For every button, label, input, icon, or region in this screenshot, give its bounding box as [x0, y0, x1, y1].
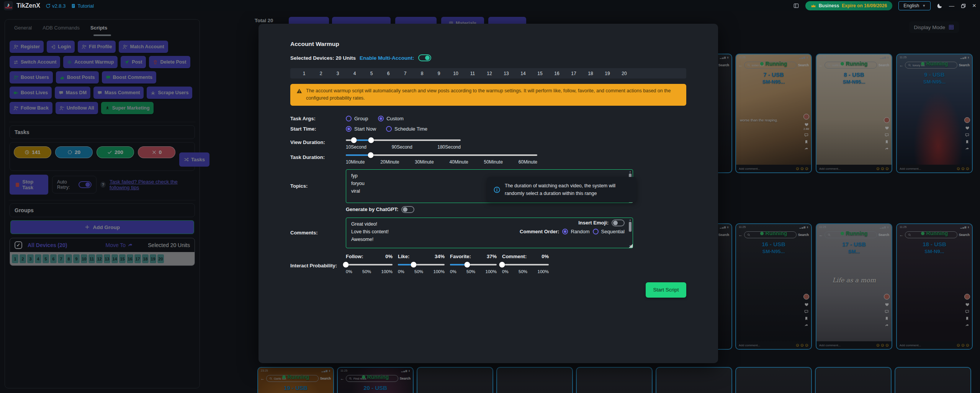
slider-handle[interactable] — [351, 137, 357, 143]
tick-label: 10Minute — [346, 159, 365, 165]
slider-handle[interactable] — [411, 262, 417, 267]
device-number-17[interactable]: 17 — [565, 71, 582, 76]
interact-value: 37% — [487, 254, 497, 259]
version-refresh[interactable]: v2.8.3 — [46, 3, 65, 9]
radio-random[interactable]: Random — [562, 229, 589, 234]
warning-icon — [296, 88, 302, 94]
chevron-down-icon: ▼ — [922, 4, 926, 8]
slider-handle[interactable] — [343, 262, 349, 267]
device-number-5[interactable]: 5 — [363, 71, 380, 76]
device-number-2[interactable]: 2 — [312, 71, 329, 76]
crown-icon — [811, 3, 816, 8]
device-number-11[interactable]: 11 — [464, 71, 481, 76]
radio-icon[interactable] — [593, 229, 599, 234]
radio-icon[interactable] — [378, 116, 384, 121]
device-number-4[interactable]: 4 — [346, 71, 363, 76]
task-duration-label: Task Duration: — [290, 154, 346, 160]
tutorial-label: Tutorial — [77, 3, 94, 9]
comment-order-label: Comment Order: — [520, 229, 559, 234]
radio-group[interactable]: Group — [346, 116, 368, 121]
tick-label: 40Minute — [449, 159, 468, 165]
device-number-14[interactable]: 14 — [515, 71, 532, 76]
minimize-button[interactable]: — — [949, 3, 954, 9]
refresh-icon — [46, 3, 51, 8]
tiktok-note-icon: ♪ — [7, 3, 10, 7]
radio-custom[interactable]: Custom — [378, 116, 404, 121]
insert-emoji-toggle[interactable] — [612, 219, 625, 226]
device-number-9[interactable]: 9 — [430, 71, 447, 76]
device-number-8[interactable]: 8 — [414, 71, 430, 76]
device-number-10[interactable]: 10 — [447, 71, 464, 76]
tick-label: 20Minute — [380, 159, 399, 165]
radio-icon[interactable] — [562, 229, 568, 234]
radio-icon[interactable] — [346, 116, 352, 121]
device-number-15[interactable]: 15 — [532, 71, 548, 76]
device-number-3[interactable]: 3 — [329, 71, 346, 76]
language-select[interactable]: English ▼ — [898, 1, 931, 10]
slider-track[interactable] — [502, 264, 549, 265]
task-args-label: Task Args: — [290, 116, 346, 121]
device-number-18[interactable]: 18 — [582, 71, 599, 76]
device-number-16[interactable]: 16 — [548, 71, 565, 76]
tick-label: 50Minute — [484, 159, 503, 165]
device-number-13[interactable]: 13 — [498, 71, 515, 76]
document-icon — [71, 3, 76, 8]
device-number-7[interactable]: 7 — [397, 71, 414, 76]
radio-icon[interactable] — [386, 126, 392, 132]
interact-value: 0% — [542, 254, 549, 259]
slider-handle[interactable] — [499, 262, 505, 267]
duration-tooltip: The duration of watching each video, the… — [487, 177, 636, 202]
slider-handle[interactable] — [368, 152, 374, 158]
close-button[interactable]: × — [972, 2, 976, 10]
interact-slider-like: Like:34% 0%50%100% — [398, 254, 445, 274]
device-number-1[interactable]: 1 — [296, 71, 312, 76]
multi-account-toggle[interactable] — [418, 54, 431, 61]
start-script-button[interactable]: Start Script — [646, 282, 686, 298]
selected-devices-label: Selected Devices: 20 Units — [290, 55, 356, 61]
scrollbar[interactable]: ▲▼ — [628, 219, 632, 247]
start-time-label: Start Time: — [290, 126, 346, 132]
radio-sequential[interactable]: Sequential — [593, 229, 625, 234]
comments-label: Comments: — [290, 230, 346, 236]
device-number-12[interactable]: 12 — [481, 71, 498, 76]
device-number-19[interactable]: 19 — [599, 71, 616, 76]
slider-track[interactable] — [398, 264, 445, 265]
chatgpt-label: Generate by ChatGPT: — [346, 206, 398, 212]
slider-track[interactable] — [450, 264, 497, 265]
topics-label: Topics: — [290, 183, 346, 189]
app-workspace: GeneralADB CommandsScripts Register Logi… — [0, 11, 980, 393]
license-badge[interactable]: Business Expire on 16/09/2026 — [805, 1, 892, 10]
app-title: TikZenX — [16, 2, 40, 9]
titlebar: ♪ TikZenX TikZenX v2.8.3 Tutorial Busine… — [0, 0, 980, 11]
modal-title: Account Warmup — [290, 41, 686, 47]
warning-banner: The account warmup script will automatic… — [290, 84, 686, 106]
interact-value: 34% — [435, 254, 445, 259]
panel-toggle-icon[interactable] — [793, 3, 799, 9]
account-warmup-modal: Account Warmup Selected Devices: 20 Unit… — [258, 24, 718, 363]
tick-label: 30Minute — [415, 159, 434, 165]
radio-icon[interactable] — [346, 126, 352, 132]
restore-button[interactable] — [960, 3, 966, 9]
task-duration-slider[interactable]: 10Minute20Minute30Minute40Minute50Minute… — [346, 154, 537, 165]
view-duration-slider[interactable]: 10Second90Second180Second — [346, 139, 461, 150]
tooltip-text: The duration of watching each video, the… — [505, 182, 630, 197]
device-number-strip: 1234567891011121314151617181920 — [290, 68, 686, 79]
version-label: v2.8.3 — [52, 3, 65, 9]
tick-label: 10Second — [346, 144, 366, 150]
chatgpt-toggle[interactable] — [401, 206, 414, 213]
interact-value: 0% — [385, 254, 393, 259]
view-duration-label: View Duration: — [290, 139, 346, 145]
slider-track[interactable] — [346, 264, 393, 265]
app-logo: ♪ TikZenX — [4, 1, 13, 10]
tutorial-link[interactable]: Tutorial — [71, 3, 94, 9]
interact-slider-favorite: Favorite:37% 0%50%100% — [450, 254, 497, 274]
slider-handle[interactable] — [465, 262, 470, 267]
device-number-20[interactable]: 20 — [616, 71, 633, 76]
interact-slider-comment: Comment:0% 0%50%100% — [502, 254, 549, 274]
device-number-6[interactable]: 6 — [380, 71, 397, 76]
tick-label: 60Minute — [519, 159, 537, 165]
dark-mode-toggle[interactable] — [937, 3, 943, 9]
slider-handle[interactable] — [368, 137, 374, 143]
radio-start-now[interactable]: Start Now — [346, 126, 376, 132]
radio-schedule-time[interactable]: Schedule Time — [386, 126, 427, 132]
